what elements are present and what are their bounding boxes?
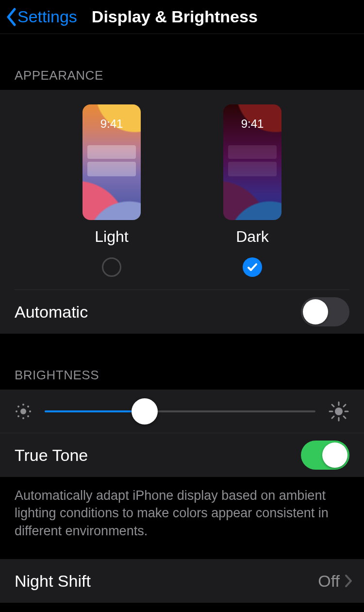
night-shift-row[interactable]: Night Shift Off — [0, 559, 364, 603]
true-tone-row: True Tone — [0, 433, 364, 477]
appearance-option-light[interactable]: 9:41 Light — [83, 104, 141, 277]
sun-max-icon — [328, 401, 349, 422]
preview-widget — [228, 162, 277, 176]
appearance-row: 9:41 Light 9:41 Dark — [15, 90, 349, 290]
page-title: Display & Brightness — [92, 7, 258, 26]
preview-widget — [228, 145, 277, 159]
dark-radio[interactable] — [243, 257, 262, 277]
svg-point-6 — [27, 406, 29, 408]
chevron-left-icon — [6, 8, 17, 26]
light-label: Light — [95, 228, 128, 246]
preview-time: 9:41 — [83, 117, 141, 131]
svg-point-9 — [335, 408, 343, 415]
preview-time: 9:41 — [223, 117, 281, 131]
night-shift-value: Off — [318, 572, 340, 591]
svg-point-1 — [22, 404, 24, 406]
automatic-toggle[interactable] — [301, 297, 349, 326]
checkmark-icon — [247, 261, 258, 273]
brightness-slider[interactable] — [45, 410, 315, 412]
toggle-knob — [322, 442, 347, 468]
appearance-option-dark[interactable]: 9:41 Dark — [223, 104, 281, 277]
appearance-section-header: Appearance — [0, 34, 364, 90]
automatic-row: Automatic — [0, 290, 364, 334]
light-radio[interactable] — [102, 257, 121, 277]
toggle-knob — [303, 299, 328, 324]
back-label: Settings — [17, 7, 77, 26]
svg-line-16 — [332, 416, 334, 418]
svg-point-5 — [17, 406, 19, 408]
appearance-group: 9:41 Light 9:41 Dark Automatic — [0, 90, 364, 334]
slider-thumb[interactable] — [132, 398, 158, 425]
brightness-section-header: Brightness — [0, 334, 364, 390]
slider-fill — [45, 410, 145, 412]
navigation-bar: Settings Display & Brightness — [0, 0, 364, 34]
dark-label: Dark — [236, 228, 269, 246]
svg-line-15 — [344, 416, 346, 418]
svg-point-2 — [22, 417, 24, 419]
night-shift-label: Night Shift — [15, 572, 91, 591]
preview-widget — [87, 162, 136, 176]
svg-point-0 — [20, 408, 26, 414]
svg-line-14 — [332, 405, 334, 407]
svg-line-17 — [344, 405, 346, 407]
chevron-right-icon — [345, 574, 352, 588]
true-tone-toggle[interactable] — [301, 441, 349, 470]
svg-point-4 — [29, 410, 31, 412]
svg-point-7 — [17, 415, 19, 417]
back-button[interactable]: Settings — [6, 7, 77, 26]
sun-min-icon — [15, 403, 32, 420]
true-tone-footer: Automatically adapt iPhone display based… — [0, 477, 364, 559]
svg-point-8 — [27, 415, 29, 417]
true-tone-label: True Tone — [15, 446, 88, 465]
brightness-group: True Tone — [0, 390, 364, 477]
preview-widget — [87, 145, 136, 159]
light-preview: 9:41 — [83, 104, 141, 220]
automatic-label: Automatic — [15, 303, 88, 322]
svg-point-3 — [16, 410, 17, 412]
dark-preview: 9:41 — [223, 104, 281, 220]
brightness-slider-row — [0, 390, 364, 433]
